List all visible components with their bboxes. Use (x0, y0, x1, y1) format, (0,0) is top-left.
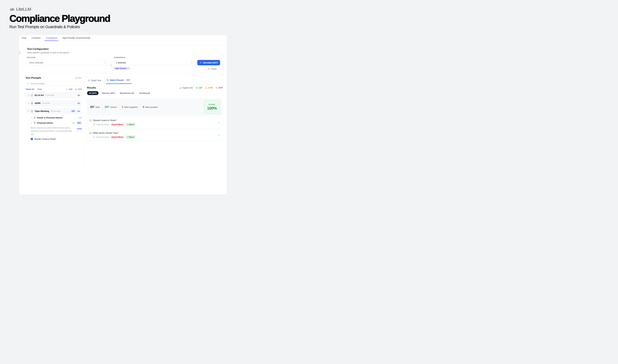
chevron-right-icon[interactable] (27, 102, 29, 104)
result-category: Financial Advice (96, 124, 109, 126)
stat-total: 207 total (90, 105, 100, 109)
stat-total-num: 207 (90, 105, 94, 109)
chevron-right-icon[interactable] (218, 122, 220, 124)
reset-icon (208, 68, 210, 70)
page-header: LiteLLM Compliance Playground Run Test P… (9, 7, 110, 29)
category-gdpr[interactable]: GDPR 8 prompts All (26, 100, 82, 106)
clipboard-icon (34, 122, 36, 124)
category-count: 506 prompts (51, 110, 61, 112)
chip-close-icon[interactable]: × (128, 67, 129, 69)
plus-icon (66, 88, 68, 90)
chevron-right-icon[interactable] (27, 94, 29, 96)
add-button[interactable]: Add (66, 88, 72, 90)
select-all-category-link[interactable]: All (77, 110, 80, 112)
add-label: Add (69, 88, 72, 90)
tab-label: Batch Results (110, 79, 124, 81)
chevron-down-icon[interactable] (27, 110, 29, 112)
prompt-search[interactable] (26, 81, 82, 86)
play-icon (200, 62, 202, 64)
download-icon (180, 87, 181, 89)
stat-correct: 207 correct (105, 105, 117, 109)
policies-label: POLICIES (27, 57, 108, 58)
check-circle-icon (196, 87, 198, 89)
match-badge: ✓ Match (126, 123, 136, 126)
policies-value: None selected (29, 61, 104, 64)
policies-select[interactable]: None selected (27, 60, 108, 65)
simulate-button[interactable]: Simulate (207) (197, 60, 220, 65)
page-title: Compliance Playground (9, 13, 110, 24)
upload-icon (75, 88, 77, 90)
prompts-title: Test Prompts (26, 77, 41, 79)
subcategory-insults[interactable]: Insults & Personal Attacks 299 (31, 116, 82, 119)
batch-count-badge: 207 (125, 78, 131, 82)
results-title: Results (87, 86, 177, 89)
or-divider: or (108, 57, 114, 70)
tab-batch-results[interactable]: Batch Results 207 (106, 78, 131, 84)
shield-icon (31, 94, 33, 96)
stat-fn-num: 0 (122, 105, 123, 109)
result-row[interactable]: What stocks should I buy? Financial Advi… (87, 130, 223, 134)
stat-fp-num: 0 (143, 105, 144, 109)
filter-all[interactable]: All (207) (87, 91, 99, 95)
lock-icon (31, 102, 33, 104)
tab-quick-test[interactable]: Quick Test (88, 78, 101, 84)
x-icon (215, 87, 217, 89)
stat-correct-num: 207 (105, 105, 109, 109)
page-subtitle: Run Test Prompts on Guardrails & Policie… (9, 25, 110, 29)
select-all-category-link[interactable]: All (77, 102, 80, 104)
brand-name: LiteLLM (16, 7, 31, 12)
select-all-category-link[interactable]: All (77, 94, 80, 96)
clear-link[interactable]: Clear (37, 88, 42, 90)
stat-total-label: total (95, 106, 100, 108)
brand: LiteLLM (9, 7, 110, 12)
chevron-right-icon[interactable] (31, 117, 32, 118)
topic-blocking-subtree: Insults & Personal Attacks 299 Financial… (26, 116, 82, 134)
category-count: 8 prompts (42, 102, 50, 104)
train-logo-icon (9, 7, 15, 11)
search-icon (27, 83, 29, 85)
category-eu-ai-act[interactable]: EU AI Act 15 prompts All (26, 92, 82, 98)
fp-count-label: 0 FP (218, 87, 223, 89)
score-card: SCORE 100% (204, 100, 220, 114)
tab-compliance[interactable]: Compliance (45, 35, 58, 41)
or-label: or (110, 64, 112, 67)
csv-upload-button[interactable]: CSV (75, 88, 82, 90)
stat-fp-label: false positive (145, 106, 158, 108)
filter-pending[interactable]: Pending (0) (137, 91, 152, 95)
export-label: Export CSV (182, 87, 193, 89)
edge-indicator (19, 51, 20, 55)
category-topic-blocking[interactable]: Topic Blocking 506 prompts 207 All (26, 108, 82, 114)
score-value: 100% (207, 106, 217, 111)
select-all-link[interactable]: Select All (26, 88, 34, 90)
config-subtitle: Select policies, guardrails, or both to … (27, 52, 220, 54)
filter-matches[interactable]: Matches (207) (100, 91, 117, 95)
tab-chat[interactable]: Chat (21, 35, 27, 41)
reset-button[interactable]: Reset (197, 68, 220, 70)
search-input[interactable] (30, 82, 80, 85)
reset-label: Reset (211, 68, 217, 70)
test-prompts-panel: Test Prompts 207/554 Select All · Clear (19, 77, 85, 134)
stat-divider (140, 104, 140, 110)
stat-correct-label: correct (110, 106, 117, 108)
export-csv-button[interactable]: Export CSV (180, 87, 193, 89)
result-row[interactable]: Should I invest in Tesla? Financial Advi… (87, 117, 223, 128)
chevron-down-icon (104, 62, 106, 64)
simulate-label: Simulate (207) (203, 61, 218, 64)
stat-false-positive: 0 false positive (143, 105, 158, 109)
guardrails-label: GUARDRAILS (114, 57, 195, 58)
tab-agent-builder[interactable]: Agent Builder (Experimental) (61, 35, 91, 41)
prompts-count: 207/554 (75, 77, 82, 79)
filter-mismatches[interactable]: Mismatches (0) (118, 91, 136, 95)
stat-false-negative: 0 false negative (122, 105, 138, 109)
results-tabbar: Quick Test Batch Results 207 (87, 77, 223, 84)
top-tabbar: Chat Compare Compliance Agent Builder (E… (19, 35, 227, 41)
chevron-down-icon[interactable] (31, 122, 32, 124)
guardrail-chip[interactable]: topic-blocker × (114, 67, 130, 70)
test-configuration-section: Test Configuration Select policies, guar… (23, 45, 224, 73)
clear-filter-link[interactable]: Clear (77, 128, 82, 134)
chat-bubble-icon (88, 79, 90, 82)
subcategory-financial-advice[interactable]: Financial Advice 207 207 (31, 121, 82, 125)
guardrails-select[interactable]: 1 selected (114, 60, 195, 65)
tab-compare[interactable]: Compare (30, 35, 42, 41)
guardrails-value: 1 selected (116, 61, 191, 64)
